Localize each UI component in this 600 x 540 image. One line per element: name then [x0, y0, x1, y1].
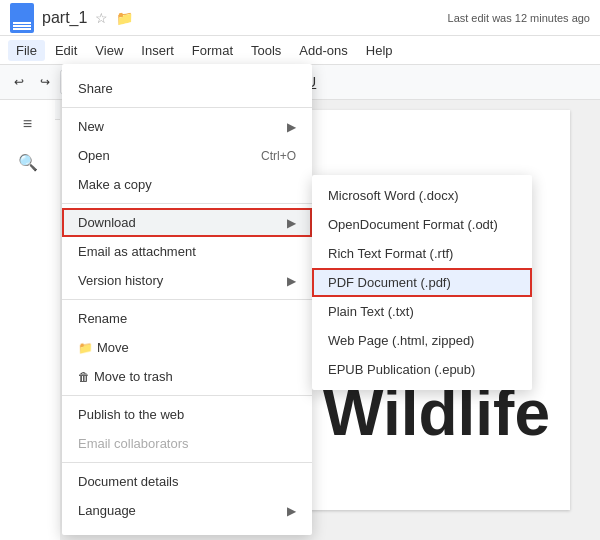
left-sidebar: ≡ 🔍: [0, 100, 55, 176]
download-txt[interactable]: Plain Text (.txt): [312, 297, 532, 326]
file-menu-section-rename: Rename 📁Move 🗑Move to trash: [62, 300, 312, 396]
language-arrow-icon: ▶: [287, 504, 296, 518]
file-menu-section-download: Download ▶ Email as attachment Version h…: [62, 204, 312, 300]
last-edit-text: Last edit was 12 minutes ago: [448, 12, 590, 24]
title-bar: part_1 ☆ 📁 Last edit was 12 minutes ago: [0, 0, 600, 36]
file-menu-version-history[interactable]: Version history ▶: [62, 266, 312, 295]
file-menu-publish[interactable]: Publish to the web: [62, 400, 312, 429]
folder-icon[interactable]: 📁: [116, 10, 133, 26]
new-arrow-icon: ▶: [287, 120, 296, 134]
download-submenu: Microsoft Word (.docx) OpenDocument Form…: [312, 175, 532, 390]
menu-file[interactable]: File: [8, 40, 45, 61]
version-arrow-icon: ▶: [287, 274, 296, 288]
file-menu-section-publish: Publish to the web Email collaborators: [62, 396, 312, 463]
open-shortcut: Ctrl+O: [261, 149, 296, 163]
file-menu-download[interactable]: Download ▶: [62, 208, 312, 237]
download-odt[interactable]: OpenDocument Format (.odt): [312, 210, 532, 239]
menu-help[interactable]: Help: [358, 40, 401, 61]
file-menu-new[interactable]: New ▶: [62, 112, 312, 141]
menu-edit[interactable]: Edit: [47, 40, 85, 61]
download-arrow-icon: ▶: [287, 216, 296, 230]
file-menu-open[interactable]: Open Ctrl+O: [62, 141, 312, 170]
menu-addons[interactable]: Add-ons: [291, 40, 355, 61]
file-menu-rename[interactable]: Rename: [62, 304, 312, 333]
star-icon[interactable]: ☆: [95, 10, 108, 26]
file-menu-trash[interactable]: 🗑Move to trash: [62, 362, 312, 391]
download-html[interactable]: Web Page (.html, zipped): [312, 326, 532, 355]
doc-title[interactable]: part_1: [42, 9, 87, 27]
file-menu-language[interactable]: Language ▶: [62, 496, 312, 525]
file-menu-make-copy[interactable]: Make a copy: [62, 170, 312, 199]
redo-button[interactable]: ↪: [34, 72, 56, 92]
menu-view[interactable]: View: [87, 40, 131, 61]
download-docx[interactable]: Microsoft Word (.docx): [312, 181, 532, 210]
menu-format[interactable]: Format: [184, 40, 241, 61]
doc-icon: [10, 3, 34, 33]
file-menu-dropdown: Share New ▶ Open Ctrl+O Make a copy Down…: [62, 64, 312, 535]
sidebar-list-icon[interactable]: ≡: [14, 110, 42, 138]
file-menu-doc-details[interactable]: Document details: [62, 467, 312, 496]
menu-bar: File Edit View Insert Format Tools Add-o…: [0, 36, 600, 64]
download-pdf[interactable]: PDF Document (.pdf): [312, 268, 532, 297]
download-rtf[interactable]: Rich Text Format (.rtf): [312, 239, 532, 268]
file-menu-section-details: Document details Language ▶: [62, 463, 312, 529]
sidebar-search-icon[interactable]: 🔍: [14, 148, 42, 176]
file-menu-email-attachment[interactable]: Email as attachment: [62, 237, 312, 266]
menu-insert[interactable]: Insert: [133, 40, 182, 61]
file-menu-move[interactable]: 📁Move: [62, 333, 312, 362]
file-menu-share[interactable]: Share: [62, 74, 312, 103]
download-epub[interactable]: EPUB Publication (.epub): [312, 355, 532, 384]
file-menu-section-new: New ▶ Open Ctrl+O Make a copy: [62, 108, 312, 204]
file-menu-section-share: Share: [62, 70, 312, 108]
file-menu-email-collab: Email collaborators: [62, 429, 312, 458]
menu-tools[interactable]: Tools: [243, 40, 289, 61]
undo-button[interactable]: ↩: [8, 72, 30, 92]
